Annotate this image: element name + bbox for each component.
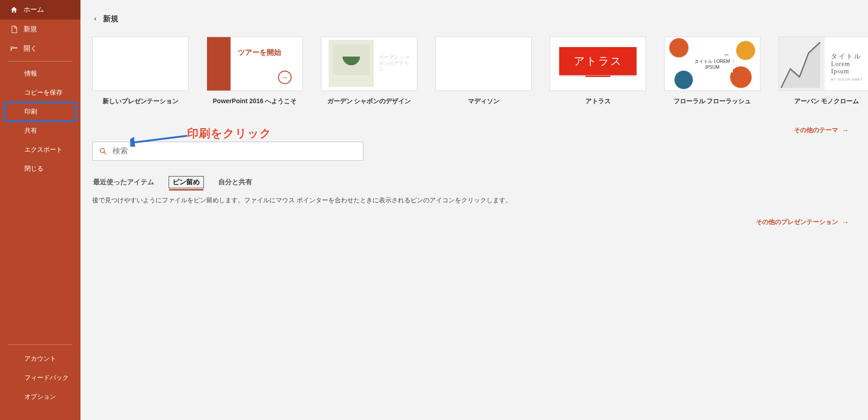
chevron-down-icon [92,16,99,22]
template-atlas[interactable]: アトラス アトラス [550,37,646,105]
template-caption: アーバン モノクローム [778,97,868,105]
template-caption: 新しいプレゼンテーション [92,97,189,105]
arrow-right-icon: → [278,71,292,84]
arrow-right-icon: → [842,218,849,226]
sidebar-item-options[interactable]: オプション [0,387,80,406]
template-thumb: タイトル Lorem Ipsum BY DOLOR AMET [778,37,868,91]
template-blank[interactable]: 新しいプレゼンテーション [92,37,189,105]
sidebar-item-save-copy[interactable]: コピーを保存 [0,83,80,102]
template-garden[interactable]: ガーデン シャボンのデザイン ガーデン シャボンのデザイン [321,37,417,105]
template-caption: ガーデン シャボンのデザイン [321,97,417,105]
tab-recent[interactable]: 最近使ったアイテム [92,176,155,188]
sidebar-item-close[interactable]: 閉じる [0,159,80,178]
open-folder-icon [10,45,18,53]
sidebar-item-info[interactable]: 情報 [0,64,80,83]
backstage-sidebar: ホーム 新規 開く 情報 コピーを保存 印刷 共有 エクスポート 閉じる [0,0,80,420]
main-pane: 印刷をクリック 新規 新しいプレゼンテーション ツアーを開始 → [80,0,868,420]
search-input[interactable] [113,147,357,156]
sidebar-divider [8,61,72,62]
sidebar-item-new[interactable]: 新規 [0,19,80,39]
sidebar-item-share[interactable]: 共有 [0,121,80,140]
template-caption: PowerPoint 2016 へようこそ [207,97,303,105]
svg-line-2 [104,152,106,154]
sidebar-item-home[interactable]: ホーム [0,0,80,19]
template-thumb: ツアーを開始 → [207,37,303,91]
template-caption: アトラス [550,97,646,105]
sidebar-label-open: 開く [24,44,37,53]
recent-tabs: 最近使ったアイテム ピン留め 自分と共有 [92,176,867,188]
sidebar-item-open[interactable]: 開く [0,39,80,58]
search-icon [99,147,107,155]
arrow-right-icon: → [842,126,849,134]
sidebar-label-new: 新規 [24,25,37,33]
sidebar-item-account[interactable]: アカウント [0,349,80,368]
template-madison[interactable]: マディソン マディソン [435,37,532,105]
tab-shared[interactable]: 自分と共有 [217,176,253,188]
sidebar-label-home: ホーム [24,5,44,14]
search-bar[interactable] [92,142,363,161]
tab-pinned[interactable]: ピン留め [169,176,204,188]
template-thumb: ガーデン シャボンのデザイン [321,37,417,91]
template-floral[interactable]: タイトル LOREM IPSUM フローラル フローラッシュ [664,37,760,105]
template-thumb [92,37,189,91]
sidebar-item-export[interactable]: エクスポート [0,140,80,159]
section-new[interactable]: 新規 [92,14,867,24]
sidebar-divider-bottom [8,344,72,345]
template-thumb: アトラス [550,37,646,91]
section-new-label: 新規 [103,14,118,24]
sidebar-bottom-group: アカウント フィードバック オプション [0,342,80,420]
sidebar-item-feedback[interactable]: フィードバック [0,368,80,387]
pinned-hint-text: 後で見つけやすいようにファイルをピン留めします。ファイルにマウス ポインターを合… [92,196,867,205]
more-themes-link[interactable]: その他のテーマ → [794,126,849,134]
template-welcome[interactable]: ツアーを開始 → PowerPoint 2016 へようこそ [207,37,303,105]
svg-point-1 [100,148,104,153]
template-thumb: マディソン [435,37,532,91]
sidebar-item-print[interactable]: 印刷 [5,102,76,121]
more-presentations-link[interactable]: その他のプレゼンテーション → [756,218,849,226]
new-file-icon [10,25,18,33]
template-caption: フローラル フローラッシュ [664,97,760,105]
template-urban[interactable]: タイトル Lorem Ipsum BY DOLOR AMET アーバン モノクロ… [778,37,868,105]
template-thumb: タイトル LOREM IPSUM [664,37,760,91]
home-icon [10,6,18,14]
template-gallery: 新しいプレゼンテーション ツアーを開始 → PowerPoint 2016 へよ… [92,37,867,105]
template-caption: マディソン [435,97,532,105]
